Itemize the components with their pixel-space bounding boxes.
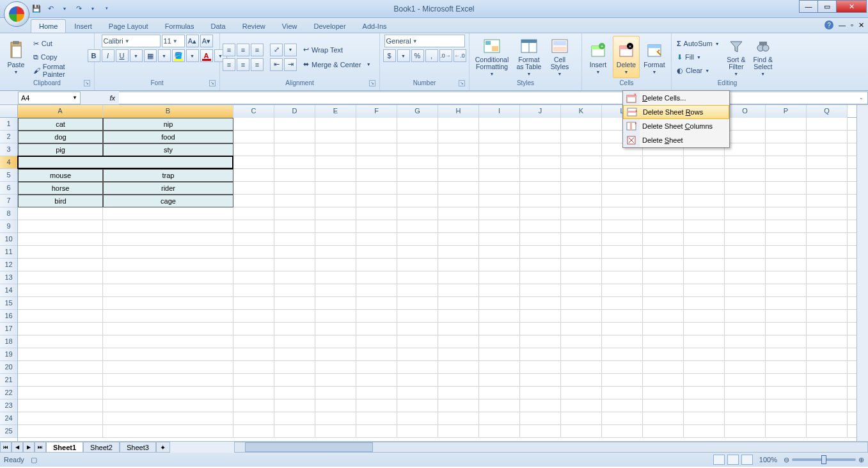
sheet-nav-last[interactable]: ⏭ — [35, 442, 46, 453]
comma-button[interactable]: , — [425, 49, 438, 62]
sheet-tab-2[interactable]: Sheet2 — [83, 442, 120, 453]
column-header-J[interactable]: J — [520, 105, 561, 118]
align-center-button[interactable]: ≡ — [237, 58, 249, 71]
merge-center-button[interactable]: ⬌Merge & Center▼ — [301, 58, 374, 71]
tab-page-layout[interactable]: Page Layout — [100, 19, 157, 33]
fill-button[interactable]: ⬇Fill▼ — [674, 51, 722, 63]
chevron-down-icon[interactable]: ▼ — [87, 3, 99, 14]
format-cells-button[interactable]: Format▼ — [641, 36, 668, 78]
decrease-indent-button[interactable]: ⇤ — [270, 58, 283, 71]
new-sheet-button[interactable]: ✦ — [156, 442, 170, 453]
row-header-9[interactable]: 9 — [0, 220, 17, 233]
tab-developer[interactable]: Developer — [305, 19, 354, 33]
column-header-P[interactable]: P — [766, 105, 807, 118]
row-header-21[interactable]: 21 — [0, 374, 17, 387]
menu-delete-sheet-rows[interactable]: × Delete Sheet Rows — [623, 105, 729, 119]
column-header-O[interactable]: O — [725, 105, 766, 118]
column-header-A[interactable]: A — [18, 105, 103, 118]
page-layout-view-button[interactable] — [727, 455, 739, 465]
column-header-H[interactable]: H — [438, 105, 479, 118]
paste-button[interactable]: Paste ▼ — [3, 36, 29, 78]
column-header-C[interactable]: C — [233, 105, 274, 118]
chevron-down-icon[interactable]: ▼ — [284, 44, 297, 56]
cell-B1[interactable]: nip — [103, 118, 233, 131]
macro-record-icon[interactable]: ▢ — [31, 456, 37, 464]
cell-B3[interactable]: sty — [103, 143, 233, 156]
cell-A1[interactable]: cat — [18, 118, 103, 131]
conditional-formatting-button[interactable]: Conditional Formatting▼ — [472, 36, 512, 78]
align-right-button[interactable]: ≡ — [251, 58, 264, 71]
zoom-out-button[interactable]: ⊖ — [784, 456, 789, 464]
align-left-button[interactable]: ≡ — [223, 58, 235, 71]
cell-A6[interactable]: horse — [18, 182, 103, 195]
name-box[interactable]: A4▼ — [18, 92, 81, 104]
row-header-8[interactable]: 8 — [0, 207, 17, 220]
qat-customize-icon[interactable]: ▾ — [101, 3, 113, 14]
row-header-5[interactable]: 5 — [0, 169, 17, 182]
increase-indent-button[interactable]: ⇥ — [284, 58, 297, 71]
office-button[interactable] — [4, 1, 29, 27]
menu-delete-sheet[interactable]: Delete Sheet — [623, 133, 729, 147]
format-painter-button[interactable]: 🖌Format Painter — [31, 64, 91, 77]
column-header-Q[interactable]: Q — [807, 105, 848, 118]
tab-addins[interactable]: Add-Ins — [354, 19, 395, 33]
chevron-down-icon[interactable]: ▼ — [397, 49, 410, 62]
zoom-level[interactable]: 100% — [759, 456, 777, 464]
cell-styles-button[interactable]: Cell Styles▼ — [546, 36, 573, 78]
percent-button[interactable]: % — [411, 49, 424, 62]
row-header-3[interactable]: 3 — [0, 143, 17, 156]
zoom-slider[interactable] — [792, 458, 856, 461]
borders-button[interactable]: ▦ — [144, 49, 157, 62]
shrink-font-button[interactable]: A▾ — [200, 35, 213, 47]
autosum-button[interactable]: ΣAutoSum▼ — [674, 37, 722, 50]
orientation-button[interactable]: ⤢ — [270, 44, 283, 56]
cell-B4[interactable] — [103, 156, 233, 169]
sort-filter-button[interactable]: Sort & Filter▼ — [723, 36, 749, 78]
grow-font-button[interactable]: A▴ — [186, 35, 199, 47]
tab-formulas[interactable]: Formulas — [157, 19, 203, 33]
number-format-combo[interactable]: General▼ — [384, 35, 465, 47]
insert-cells-button[interactable]: + Insert▼ — [585, 36, 612, 78]
cut-button[interactable]: ✂Cut — [31, 37, 91, 50]
row-header-16[interactable]: 16 — [0, 310, 17, 323]
redo-icon[interactable]: ↷ — [73, 3, 84, 14]
chevron-down-icon[interactable]: ▼ — [130, 49, 143, 62]
row-header-24[interactable]: 24 — [0, 412, 17, 425]
delete-cells-button[interactable]: × Delete▼ — [613, 36, 640, 78]
column-header-G[interactable]: G — [397, 105, 438, 118]
cell-A2[interactable]: dog — [18, 131, 103, 143]
cell-A4[interactable] — [18, 156, 103, 169]
font-size-combo[interactable]: 11▼ — [162, 35, 185, 47]
dialog-launcher-icon[interactable]: ↘ — [459, 80, 465, 86]
sheet-nav-prev[interactable]: ◀ — [12, 442, 23, 453]
align-top-button[interactable]: ≡ — [223, 44, 235, 56]
expand-formula-bar-icon[interactable]: ⌄ — [856, 93, 865, 102]
close-button[interactable]: ✕ — [836, 0, 867, 13]
help-icon[interactable]: ? — [825, 20, 833, 29]
tab-view[interactable]: View — [274, 19, 306, 33]
column-header-K[interactable]: K — [561, 105, 602, 118]
cell-B6[interactable]: rider — [103, 182, 233, 195]
row-header-6[interactable]: 6 — [0, 182, 17, 195]
row-header-25[interactable]: 25 — [0, 425, 17, 438]
row-header-17[interactable]: 17 — [0, 323, 17, 335]
row-header-12[interactable]: 12 — [0, 259, 17, 271]
chevron-down-icon[interactable]: ▼ — [186, 49, 199, 62]
dialog-launcher-icon[interactable]: ↘ — [209, 80, 216, 86]
bold-button[interactable]: B — [88, 49, 100, 62]
chevron-down-icon[interactable]: ▼ — [59, 3, 70, 14]
row-header-20[interactable]: 20 — [0, 361, 17, 374]
italic-button[interactable]: I — [102, 49, 114, 62]
currency-button[interactable]: $ — [383, 49, 396, 62]
row-header-11[interactable]: 11 — [0, 246, 17, 259]
cells-area[interactable]: catnipdogfoodpigstymousetraphorseriderbi… — [18, 118, 856, 441]
save-icon[interactable]: 💾 — [31, 3, 42, 14]
zoom-in-button[interactable]: ⊕ — [858, 456, 864, 464]
mdi-close[interactable]: ✕ — [858, 21, 864, 29]
underline-button[interactable]: U — [116, 49, 129, 62]
column-header-I[interactable]: I — [479, 105, 520, 118]
column-header-F[interactable]: F — [356, 105, 397, 118]
row-header-4[interactable]: 4 — [0, 156, 17, 169]
vertical-scrollbar[interactable] — [856, 105, 868, 441]
copy-button[interactable]: ⧉Copy — [31, 51, 91, 63]
